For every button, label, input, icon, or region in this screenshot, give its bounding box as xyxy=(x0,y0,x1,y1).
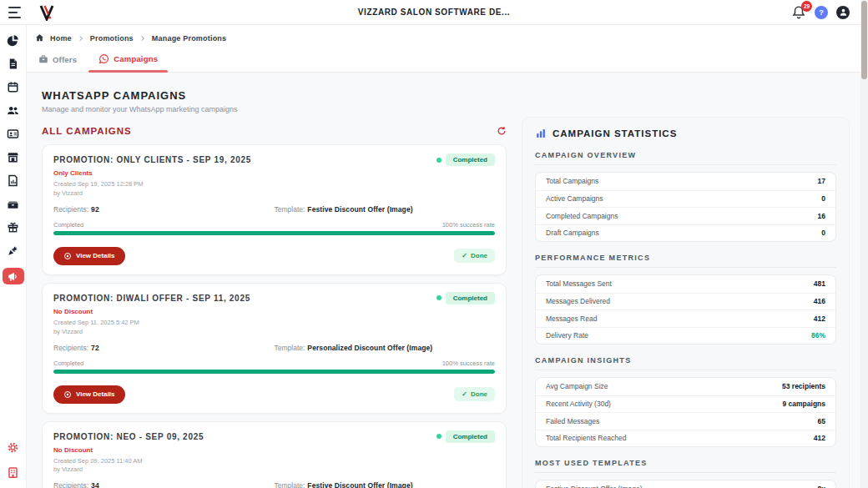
progress-label: Completed xyxy=(53,360,83,367)
page-scrollbar[interactable] xyxy=(860,0,868,488)
users-icon xyxy=(7,104,19,117)
sidebar-item-clients[interactable] xyxy=(3,103,24,118)
campaign-created: Created Sep 09, 2025 11:40 AMby Vizzard xyxy=(53,457,495,475)
campaign-card: PROMOTION: ONLY CLIENTS - SEP 19, 2025 C… xyxy=(42,144,507,275)
status-dot-icon xyxy=(437,295,442,300)
stat-row: Avg Campaign Size53 recipients xyxy=(536,378,835,395)
briefcase-icon xyxy=(38,54,48,64)
document-icon xyxy=(7,58,19,70)
id-card-icon xyxy=(7,128,19,140)
progress-fill xyxy=(53,231,495,235)
page-subtitle: Manage and monitor your WhatsApp marketi… xyxy=(42,105,507,113)
notifications-button[interactable]: 29 xyxy=(791,5,806,20)
done-badge: ✓Done xyxy=(454,387,495,401)
status-badge: Completed xyxy=(446,153,495,166)
tab-campaigns-label: Campaigns xyxy=(114,54,158,63)
notification-badge: 29 xyxy=(801,1,812,12)
scrollbar-thumb[interactable] xyxy=(861,1,867,79)
campaign-created: Created Sep 19, 2025 12:28 PMby Vizzard xyxy=(53,180,495,199)
sidebar-item-store[interactable] xyxy=(3,149,24,164)
statistics-title: CAMPAIGN STATISTICS xyxy=(553,128,677,138)
sidebar-item-promotions[interactable] xyxy=(3,268,24,284)
building-icon xyxy=(7,466,19,479)
stat-row: Messages Delivered416 xyxy=(536,293,835,310)
stat-row: Failed Messages65 xyxy=(536,412,835,430)
all-campaigns-title: ALL CAMPAIGNS xyxy=(42,126,132,136)
stat-row: Recent Activity (30d)9 campaigns xyxy=(536,395,835,413)
campaign-title: PROMOTION: ONLY CLIENTS - SEP 19, 2025 xyxy=(53,153,251,164)
profile-avatar[interactable] xyxy=(836,6,850,19)
vizzard-logo xyxy=(38,4,55,21)
stat-row: Festive Discount Offer (Image)8x xyxy=(536,480,835,488)
pie-chart-icon xyxy=(7,34,19,47)
stat-row: Draft Campaigns0 xyxy=(536,224,835,242)
breadcrumb-promotions[interactable]: Promotions xyxy=(90,34,134,43)
tab-offers-label: Offers xyxy=(53,55,77,64)
recipients-field: Recipients:92 xyxy=(53,205,275,214)
tab-campaigns[interactable]: Campaigns xyxy=(98,53,158,72)
sidebar-item-celebrations[interactable] xyxy=(3,243,24,258)
calendar-icon xyxy=(7,81,19,93)
refresh-icon xyxy=(497,126,507,136)
chevron-right-icon xyxy=(78,35,84,42)
status-dot-icon xyxy=(437,434,442,439)
status-dot-icon xyxy=(437,158,442,163)
help-button[interactable]: ? xyxy=(815,6,828,19)
view-details-button[interactable]: View Details xyxy=(53,385,125,404)
stat-row: Completed Campaigns16 xyxy=(536,207,835,224)
done-badge: ✓Done xyxy=(454,249,495,263)
breadcrumb-home[interactable]: Home xyxy=(50,34,72,43)
sub-header: Home Promotions Manage Promotions Offers… xyxy=(27,25,860,73)
stat-row: Total Messages Sent481 xyxy=(536,275,835,293)
sidebar-item-settings[interactable] xyxy=(3,440,24,455)
stat-group-overview: Total Campaigns17 Active Campaigns0 Comp… xyxy=(535,172,836,242)
delivery-rate-value: 86% xyxy=(811,331,825,340)
top-bar: VIZZARD SALON SOFTWARE DE... 29 ? xyxy=(0,0,868,25)
success-rate: 100% success rate xyxy=(442,360,495,367)
sidebar-nav xyxy=(0,25,27,488)
sidebar-item-gifts[interactable] xyxy=(3,219,24,234)
recipients-field: Recipients:34 xyxy=(53,481,275,488)
sidebar-item-inventory[interactable] xyxy=(3,196,24,211)
stat-row: Messages Read412 xyxy=(536,309,835,327)
home-icon xyxy=(35,33,44,43)
section-campaign-insights: CAMPAIGN INSIGHTS xyxy=(535,356,836,370)
status-badge: Completed xyxy=(446,430,495,443)
template-field: Template:Personalized Discount Offer (Im… xyxy=(275,344,496,352)
eye-icon xyxy=(63,252,72,260)
section-campaign-overview: CAMPAIGN OVERVIEW xyxy=(535,151,836,165)
stat-row: Total Campaigns17 xyxy=(536,173,835,190)
recipients-field: Recipients:72 xyxy=(53,344,275,352)
sidebar-item-reports[interactable] xyxy=(3,173,24,188)
campaign-card: PROMOTION: NEO - SEP 09, 2025 Completed … xyxy=(42,421,507,488)
party-icon xyxy=(7,244,19,257)
menu-icon[interactable] xyxy=(8,7,23,18)
campaign-created: Created Sep 11, 2025 5:42 PMby Vizzard xyxy=(53,319,495,337)
tab-offers[interactable]: Offers xyxy=(38,54,77,72)
stat-row: Delivery Rate86% xyxy=(536,327,835,345)
tab-bar: Offers Campaigns xyxy=(27,48,860,73)
refresh-button[interactable] xyxy=(497,126,507,136)
stat-row: Total Recipients Reached412 xyxy=(536,430,835,447)
megaphone-icon xyxy=(7,270,19,283)
view-details-button[interactable]: View Details xyxy=(53,247,125,265)
success-rate: 100% success rate xyxy=(442,221,495,229)
sidebar-item-invoices[interactable] xyxy=(3,56,24,71)
progress-bar xyxy=(53,231,495,235)
progress-fill xyxy=(53,370,495,374)
app-window: VIZZARD SALON SOFTWARE DE... 29 ? xyxy=(0,0,868,488)
campaign-title: PROMOTION: DIWALI OFFER - SEP 11, 2025 xyxy=(53,292,250,303)
sidebar-item-dashboard[interactable] xyxy=(3,33,24,48)
sidebar-item-business[interactable] xyxy=(3,465,24,480)
campaigns-column: WHATSAPP CAMPAIGNS Manage and monitor yo… xyxy=(42,73,507,488)
stat-group-performance: Total Messages Sent481 Messages Delivere… xyxy=(535,274,836,345)
storefront-icon xyxy=(7,151,19,164)
breadcrumb-manage-promotions[interactable]: Manage Promotions xyxy=(152,34,226,43)
sidebar-item-calendar[interactable] xyxy=(3,79,24,94)
progress-label: Completed xyxy=(53,221,83,229)
campaign-tag: Only Clients xyxy=(53,169,495,177)
campaign-title: PROMOTION: NEO - SEP 09, 2025 xyxy=(53,430,204,441)
sidebar-item-staff[interactable] xyxy=(3,126,24,141)
stat-row: Active Campaigns0 xyxy=(536,190,835,208)
campaign-tag: No Discount xyxy=(53,446,495,454)
